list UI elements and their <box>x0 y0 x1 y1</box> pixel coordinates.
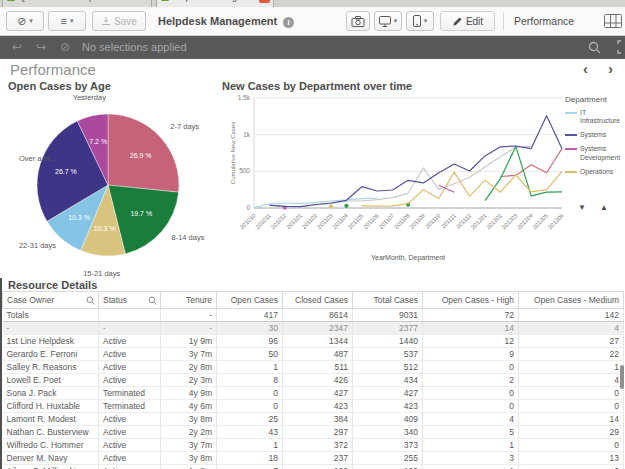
column-header-total-cases[interactable]: Total Cases <box>353 292 423 309</box>
step-forward-selection-icon[interactable]: ↪ <box>32 39 50 56</box>
cell[interactable]: Salley R. Reasons <box>3 361 99 374</box>
close-tab-icon[interactable]: ✕ <box>259 0 270 3</box>
legend-item[interactable]: Systems <box>565 131 623 139</box>
clear-selections-icon[interactable]: ⊘ <box>56 39 74 56</box>
cell[interactable]: Lowell E. Poet <box>3 374 99 387</box>
cell[interactable]: - <box>99 322 161 335</box>
tab-helpdesk[interactable]: Helpdesk Manag... ✕ <box>156 0 274 7</box>
chart-legend: Department IT InfrastructureSystemsSyste… <box>565 95 623 182</box>
cell[interactable]: Active <box>99 348 161 361</box>
device-preview-button[interactable]: ▾ <box>406 11 434 31</box>
legend-label: IT Infrastructure <box>580 109 623 125</box>
cell[interactable]: Wilfredo C. Hommer <box>3 439 99 452</box>
cell: 14 <box>519 413 624 426</box>
x-tick-label: 201203 <box>501 212 519 230</box>
cell: 3y 8m <box>161 452 217 465</box>
cell[interactable]: Gerardo E. Ferroni <box>3 348 99 361</box>
cell[interactable]: Nathan C. Busterview <box>3 426 99 439</box>
column-header-tenure[interactable]: Tenure <box>161 292 217 309</box>
cell: 14 <box>423 322 519 335</box>
table-scrollbar[interactable] <box>620 365 624 389</box>
cell: 487 <box>283 348 353 361</box>
camera-icon <box>351 16 365 27</box>
data-point[interactable] <box>329 204 333 208</box>
series-line[interactable] <box>269 146 531 207</box>
column-header-status[interactable]: Status <box>99 292 161 309</box>
x-tick-label: 201108 <box>393 212 411 230</box>
cell: 2 <box>423 374 519 387</box>
cell[interactable]: - <box>3 322 99 335</box>
cell[interactable]: Active <box>99 335 161 348</box>
cell[interactable]: 1st Line Helpdesk <box>3 335 99 348</box>
cell: 27 <box>519 335 624 348</box>
series-line[interactable] <box>362 171 562 206</box>
cell[interactable]: Terminated <box>99 400 161 413</box>
column-search-icon[interactable] <box>148 296 157 307</box>
cell[interactable]: Active <box>99 361 161 374</box>
current-sheet-label[interactable]: Performance <box>514 11 574 31</box>
search-icon <box>588 41 602 55</box>
edit-button[interactable]: Edit <box>440 11 495 31</box>
display-options-button[interactable]: ▾ <box>374 11 402 31</box>
cell[interactable]: Active <box>99 465 161 469</box>
table-row: Salley R. ReasonsActive2y 8m151151201 <box>3 361 624 374</box>
series-line[interactable] <box>485 146 562 200</box>
chevron-down-icon: ▾ <box>424 17 428 25</box>
sheet-navigator-button[interactable] <box>604 14 624 33</box>
series-line[interactable] <box>269 116 562 207</box>
x-tick-label: 201102 <box>301 212 319 230</box>
cell[interactable]: Active <box>99 413 161 426</box>
save-icon <box>101 16 111 26</box>
info-icon[interactable]: i <box>283 17 294 28</box>
snapshot-button[interactable] <box>346 11 370 31</box>
legend-scroll-up-icon[interactable]: ▲ <box>600 203 608 212</box>
cell[interactable]: Active <box>99 374 161 387</box>
table-row: ---3023472377144 <box>3 322 624 335</box>
column-header-closed-cases[interactable]: Closed Cases <box>283 292 353 309</box>
legend-swatch <box>565 171 577 173</box>
next-sheet-button[interactable]: › <box>608 60 613 77</box>
cell: 13 <box>519 452 624 465</box>
cell: 1 <box>217 439 283 452</box>
smart-search-button[interactable] <box>588 41 602 59</box>
selections-tool-button[interactable] <box>617 40 625 59</box>
data-point[interactable] <box>344 204 348 208</box>
legend-label: Systems <box>580 131 606 139</box>
column-search-icon[interactable] <box>86 296 95 307</box>
cell[interactable]: Terminated <box>99 387 161 400</box>
tab-hub[interactable]: Qlik Sense Desktop Hub <box>2 0 152 7</box>
global-menu-button[interactable]: ⊘ ▾ <box>6 11 44 31</box>
cell[interactable]: Active <box>99 452 161 465</box>
column-header-open-cases-medium[interactable]: Open Cases - Medium <box>519 292 624 309</box>
legend-item[interactable]: Operations <box>565 168 623 176</box>
cell: 2377 <box>353 322 423 335</box>
pie-slice-label: 2-7 days <box>170 122 199 131</box>
cell[interactable]: Active <box>99 439 161 452</box>
cell[interactable]: Aileen C. Millimaki <box>3 465 99 469</box>
series-line[interactable] <box>500 149 562 177</box>
step-back-selection-icon[interactable]: ↩ <box>8 39 26 56</box>
cell: 9 <box>423 348 519 361</box>
chevron-down-icon: ▾ <box>29 17 33 25</box>
legend-item[interactable]: IT Infrastructure <box>565 109 623 125</box>
legend-title: Department <box>565 95 623 104</box>
cell[interactable]: Denver M. Navy <box>3 452 99 465</box>
legend-scroll-down-icon[interactable]: ▼ <box>578 203 586 212</box>
column-header-open-cases-high[interactable]: Open Cases - High <box>423 292 519 309</box>
cell[interactable]: Sona J. Pack <box>3 387 99 400</box>
cell: 25 <box>217 413 283 426</box>
cell[interactable]: Clifford H. Huxtable <box>3 400 99 413</box>
column-header-open-cases[interactable]: Open Cases <box>217 292 283 309</box>
cell[interactable]: Active <box>99 426 161 439</box>
x-tick-label: 201111 <box>440 212 457 229</box>
legend-item[interactable]: Systems Development <box>565 145 623 161</box>
sheet-title: Performance <box>10 61 96 78</box>
app-menu-button[interactable]: ≡ ▾ <box>48 11 86 31</box>
column-header-case-owner[interactable]: Case Owner <box>3 292 99 309</box>
cell[interactable]: Lamont R. Modest <box>3 413 99 426</box>
cell: 50 <box>217 348 283 361</box>
save-button[interactable]: Save <box>92 11 146 31</box>
cell: 8614 <box>283 309 353 322</box>
cell: 0 <box>519 465 624 469</box>
previous-sheet-button[interactable]: ‹ <box>583 60 588 77</box>
